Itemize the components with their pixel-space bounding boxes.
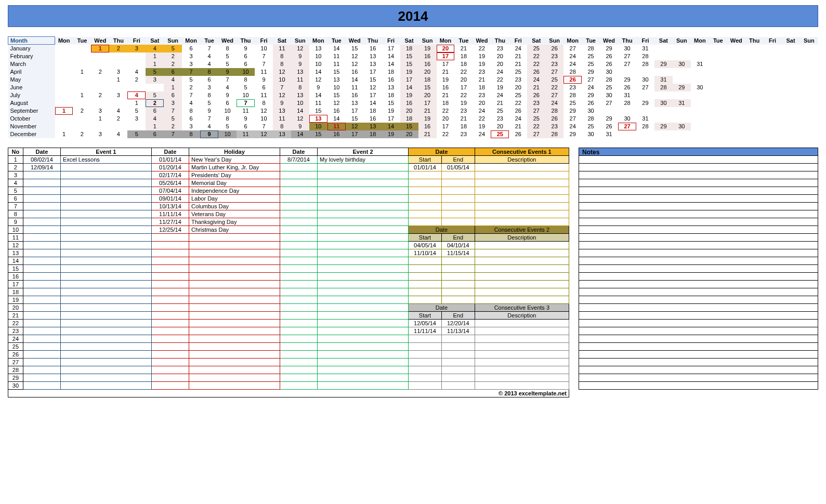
- event1-name[interactable]: [60, 374, 151, 381]
- holiday-date[interactable]: 11/11/14: [151, 210, 189, 218]
- ce-end[interactable]: [441, 280, 475, 288]
- event2-name[interactable]: [318, 296, 409, 303]
- ce-start[interactable]: [409, 296, 442, 303]
- event1-name[interactable]: [60, 171, 151, 179]
- ce-start[interactable]: [409, 264, 442, 272]
- event1-name[interactable]: [60, 241, 151, 249]
- event2-name[interactable]: [318, 358, 409, 366]
- ce-start[interactable]: [409, 335, 442, 342]
- event2-name[interactable]: [318, 319, 409, 327]
- ce-desc[interactable]: [475, 171, 569, 179]
- event2-name[interactable]: [318, 264, 409, 272]
- notes-row[interactable]: [579, 226, 818, 234]
- holiday-name[interactable]: [189, 233, 280, 241]
- event1-name[interactable]: [60, 179, 151, 187]
- notes-row[interactable]: [579, 164, 818, 171]
- event2-name[interactable]: [318, 249, 409, 257]
- event1-date[interactable]: [23, 311, 60, 319]
- holiday-name[interactable]: [189, 241, 280, 249]
- holiday-name[interactable]: [189, 303, 280, 311]
- holiday-name[interactable]: [189, 374, 280, 381]
- event2-date[interactable]: [280, 171, 317, 179]
- holiday-date[interactable]: 09/01/14: [151, 194, 189, 202]
- event1-date[interactable]: [23, 272, 60, 280]
- ce-desc[interactable]: [475, 280, 569, 288]
- notes-row[interactable]: [579, 281, 818, 288]
- event2-date[interactable]: [280, 249, 317, 257]
- event2-date[interactable]: [280, 335, 317, 342]
- event2-date[interactable]: [280, 311, 317, 319]
- event1-name[interactable]: [60, 257, 151, 264]
- event1-name[interactable]: [60, 187, 151, 194]
- ce-start[interactable]: [409, 350, 442, 358]
- ce-desc[interactable]: [475, 202, 569, 210]
- holiday-date[interactable]: [151, 264, 189, 272]
- event1-date[interactable]: [23, 179, 60, 187]
- notes-row[interactable]: [579, 320, 818, 327]
- event2-name[interactable]: [318, 233, 409, 241]
- notes-row[interactable]: [579, 265, 818, 273]
- event1-name[interactable]: [60, 233, 151, 241]
- event1-date[interactable]: [23, 249, 60, 257]
- ce-desc[interactable]: [475, 335, 569, 342]
- notes-row[interactable]: [579, 179, 818, 187]
- holiday-name[interactable]: [189, 264, 280, 272]
- event2-date[interactable]: [280, 233, 317, 241]
- event2-date[interactable]: [280, 272, 317, 280]
- notes-row[interactable]: [579, 343, 818, 351]
- holiday-name[interactable]: Labor Day: [189, 194, 280, 202]
- event2-date[interactable]: [280, 366, 317, 374]
- event1-date[interactable]: [23, 226, 60, 233]
- ce-end[interactable]: [441, 342, 475, 350]
- holiday-date[interactable]: 10/13/14: [151, 202, 189, 210]
- notes-row[interactable]: [579, 195, 818, 203]
- notes-row[interactable]: [579, 242, 818, 249]
- ce-desc[interactable]: [475, 374, 569, 381]
- event1-date[interactable]: [23, 358, 60, 366]
- holiday-date[interactable]: 11/27/14: [151, 218, 189, 226]
- ce-end[interactable]: 12/20/14: [441, 319, 475, 327]
- ce-end[interactable]: 11/13/14: [441, 327, 475, 335]
- notes-row[interactable]: [579, 374, 818, 382]
- holiday-name[interactable]: [189, 311, 280, 319]
- notes-row[interactable]: [579, 335, 818, 343]
- event2-name[interactable]: [318, 171, 409, 179]
- holiday-name[interactable]: [189, 296, 280, 303]
- holiday-date[interactable]: [151, 358, 189, 366]
- holiday-name[interactable]: [189, 342, 280, 350]
- ce-end[interactable]: [441, 381, 475, 389]
- notes-row[interactable]: [579, 312, 818, 320]
- ce-end[interactable]: [441, 210, 475, 218]
- holiday-name[interactable]: [189, 319, 280, 327]
- holiday-date[interactable]: [151, 374, 189, 381]
- ce-start[interactable]: 11/10/14: [409, 249, 442, 257]
- holiday-name[interactable]: [189, 335, 280, 342]
- event1-date[interactable]: [23, 366, 60, 374]
- holiday-name[interactable]: [189, 272, 280, 280]
- ce-end[interactable]: 11/15/14: [441, 249, 475, 257]
- event2-date[interactable]: [280, 350, 317, 358]
- holiday-date[interactable]: [151, 249, 189, 257]
- ce-start[interactable]: [409, 257, 442, 264]
- event1-date[interactable]: [23, 218, 60, 226]
- event1-date[interactable]: [23, 319, 60, 327]
- holiday-date[interactable]: [151, 327, 189, 335]
- ce-desc[interactable]: [475, 210, 569, 218]
- ce-start[interactable]: [409, 381, 442, 389]
- ce-start[interactable]: [409, 194, 442, 202]
- event1-date[interactable]: [23, 342, 60, 350]
- event2-date[interactable]: [280, 226, 317, 233]
- ce-start[interactable]: [409, 358, 442, 366]
- ce-desc[interactable]: [475, 257, 569, 264]
- event1-date[interactable]: [23, 187, 60, 194]
- event2-name[interactable]: [318, 280, 409, 288]
- event2-date[interactable]: [280, 187, 317, 194]
- event2-name[interactable]: [318, 311, 409, 319]
- holiday-date[interactable]: 12/25/14: [151, 226, 189, 233]
- ce-end[interactable]: [441, 358, 475, 366]
- event2-name[interactable]: [318, 210, 409, 218]
- ce-desc[interactable]: [475, 327, 569, 335]
- event2-name[interactable]: [318, 288, 409, 296]
- holiday-name[interactable]: Independence Day: [189, 187, 280, 194]
- ce-desc[interactable]: [475, 319, 569, 327]
